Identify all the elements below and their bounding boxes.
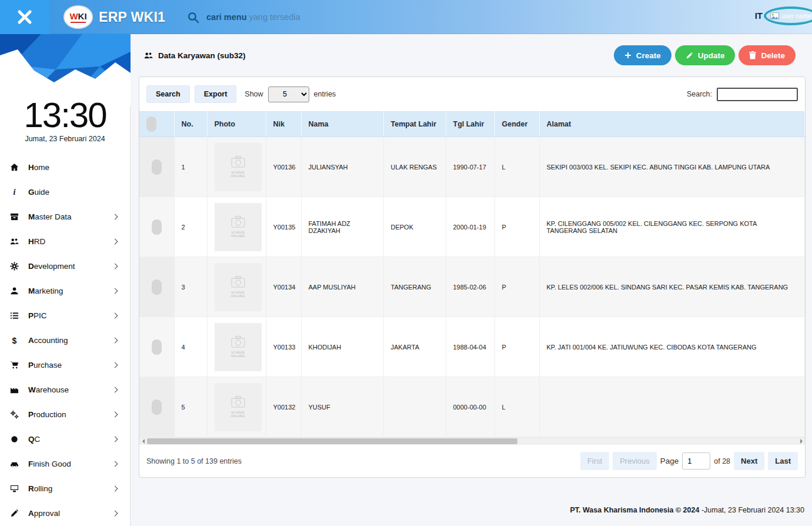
page-number-input[interactable] <box>682 452 710 470</box>
first-page-button[interactable]: First <box>580 452 609 470</box>
users-icon <box>143 51 153 60</box>
row-select-cell <box>139 377 174 437</box>
no-image-label: NO IMAGE AVAILABLE <box>228 411 248 418</box>
footer-datetime: -Jumat, 23 Februari 2024 13:30 <box>699 506 804 514</box>
sidebar-item-guide[interactable]: i Guide <box>0 179 130 204</box>
row-checkbox[interactable] <box>152 219 162 235</box>
sidebar-item-finish-good[interactable]: Finish Good <box>0 451 130 476</box>
table-body: 1 NO IMAGE AVAILABLE Y00136 JULIANSYAH U… <box>139 137 805 437</box>
chevron-right-icon <box>112 485 118 491</box>
cell-tgl-lahir: 1985-02-06 <box>446 257 494 317</box>
chevron-right-icon <box>112 263 118 269</box>
list-icon <box>8 311 20 320</box>
menu-search-input[interactable]: cari menuyang tersedia <box>187 0 300 34</box>
cell-alamat: SEKIPI 003/003 KEL. SEKIPI KEC. ABUNG TI… <box>539 137 805 197</box>
scroll-right-button[interactable] <box>797 438 805 445</box>
row-checkbox[interactable] <box>152 339 162 355</box>
camera-icon <box>230 215 246 229</box>
cell-nama: FATIMAH ADZ DZAKIYAH <box>301 197 383 257</box>
brand-area[interactable]: WKI ERP WKI1 <box>64 0 165 34</box>
chevron-right-icon <box>112 337 118 343</box>
gears-icon <box>8 410 20 419</box>
arrow-right-icon <box>800 439 803 444</box>
sidebar-item-accounting[interactable]: $ Accounting <box>0 328 130 352</box>
update-button[interactable]: Update <box>675 45 736 65</box>
user-name-label: user name <box>781 12 812 19</box>
scrollbar-track[interactable] <box>147 438 797 445</box>
table-row: 1 NO IMAGE AVAILABLE Y00136 JULIANSYAH U… <box>139 137 805 197</box>
page-size-select[interactable]: 5 <box>268 86 309 102</box>
sidebar-item-marketing[interactable]: Marketing <box>0 278 130 303</box>
page-title: Data Karyawan (sub32) <box>158 51 246 60</box>
cell-tempat-lahir <box>383 377 446 437</box>
sidebar-item-master-data[interactable]: Master Data <box>0 204 130 229</box>
next-page-button[interactable]: Next <box>734 452 764 470</box>
cell-nama: JULIANSYAH <box>301 137 383 197</box>
search-icon <box>187 11 199 24</box>
table-search-button[interactable]: Search <box>146 85 190 103</box>
cell-alamat: KP. LELES 002/006 KEL. SINDANG SARI KEC.… <box>539 257 805 317</box>
previous-page-button[interactable]: Previous <box>613 452 657 470</box>
page-count-label: of 28 <box>714 457 730 465</box>
cell-photo: NO IMAGE AVAILABLE <box>207 257 266 317</box>
cell-no: 2 <box>174 197 207 257</box>
last-page-button[interactable]: Last <box>768 452 798 470</box>
table-export-button[interactable]: Export <box>195 85 237 103</box>
cell-nik: Y00132 <box>266 377 301 437</box>
camera-icon <box>230 155 246 169</box>
trash-icon <box>749 51 756 59</box>
sidebar-item-development[interactable]: Development <box>0 254 130 278</box>
breadcrumb: Data Karyawan (sub32) <box>143 51 246 60</box>
content-header: Data Karyawan (sub32) Create Update Dele… <box>131 34 812 76</box>
sidebar-item-hrd[interactable]: HRD <box>0 229 130 254</box>
table-filter-input[interactable] <box>717 88 798 101</box>
cell-nama: AAP MUSLIYAH <box>301 257 383 317</box>
user-menu-button[interactable]: user name <box>764 6 812 25</box>
table-header-row: No.PhotoNikNamaTempat LahirTgl LahirGend… <box>139 112 805 137</box>
sidebar-toggle-button[interactable] <box>0 0 49 34</box>
sidebar-item-warehouse[interactable]: Warehouse <box>0 377 130 402</box>
sidebar-item-ppic[interactable]: PPIC <box>0 303 130 328</box>
row-select-cell <box>139 197 174 257</box>
role-label: IT <box>755 11 763 21</box>
column-header: Tempat Lahir <box>383 112 446 137</box>
clock-date: Jumat, 23 Februari 2024 <box>0 135 130 143</box>
scrollbar-thumb[interactable] <box>147 438 517 444</box>
chevron-right-icon <box>112 238 118 244</box>
cell-photo: NO IMAGE AVAILABLE <box>207 317 266 377</box>
cell-tempat-lahir: DEPOK <box>383 197 446 257</box>
sidebar-item-qc[interactable]: QC <box>0 427 130 451</box>
camera-icon <box>230 395 246 410</box>
no-image-label: NO IMAGE AVAILABLE <box>228 231 248 238</box>
scroll-left-button[interactable] <box>139 438 147 445</box>
filter-label: Search: <box>687 90 712 98</box>
horizontal-scrollbar[interactable] <box>139 437 805 445</box>
cart-icon <box>8 361 20 369</box>
chevron-right-icon <box>112 387 118 392</box>
cell-gender: L <box>494 377 539 437</box>
pagination: First Previous Page of 28 Next Last <box>580 452 798 470</box>
cell-tempat-lahir: ULAK RENGAS <box>383 137 446 197</box>
camera-icon <box>230 335 246 349</box>
delete-button[interactable]: Delete <box>739 45 796 65</box>
sidebar-item-purchase[interactable]: Purchase <box>0 352 130 377</box>
row-checkbox[interactable] <box>152 400 162 415</box>
action-buttons: Create Update Delete <box>614 45 796 65</box>
no-image-label: NO IMAGE AVAILABLE <box>228 351 248 358</box>
sidebar-item-home[interactable]: Home <box>0 155 130 179</box>
info-icon: i <box>8 188 20 197</box>
create-button[interactable]: Create <box>614 45 671 65</box>
select-all-checkbox[interactable] <box>146 116 156 132</box>
pencil-icon <box>8 509 20 518</box>
sidebar-item-approval[interactable]: Approval <box>0 501 130 525</box>
svg-text:$: $ <box>12 336 16 345</box>
column-header: Photo <box>207 112 266 137</box>
cell-nama: YUSUF <box>301 377 383 437</box>
sidebar-item-rolling[interactable]: Rolling <box>0 476 130 501</box>
sidebar-item-production[interactable]: Production <box>0 402 130 427</box>
dollar-icon: $ <box>8 336 20 345</box>
chevron-right-icon <box>112 510 118 516</box>
row-checkbox[interactable] <box>152 159 162 175</box>
row-select-cell <box>139 137 174 197</box>
row-checkbox[interactable] <box>152 279 162 295</box>
